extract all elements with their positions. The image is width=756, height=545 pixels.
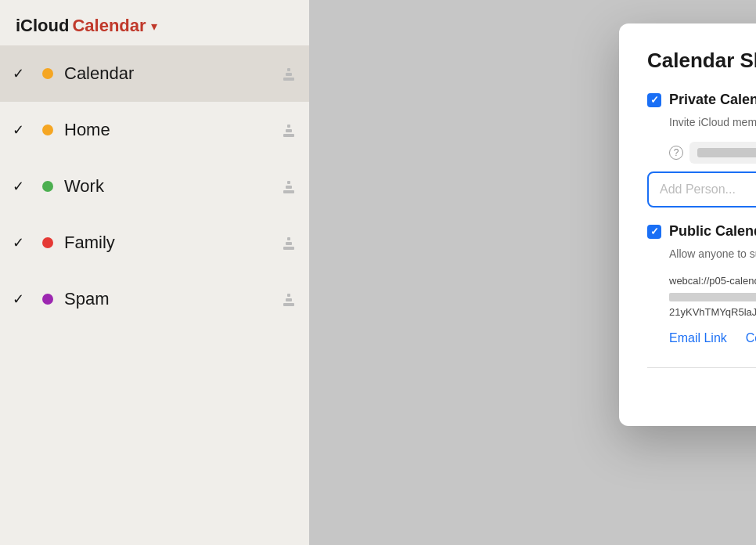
calendar-item-label: Work <box>64 176 281 197</box>
family-dot <box>42 237 53 248</box>
url-blur <box>669 293 756 301</box>
wifi-icon <box>281 123 297 137</box>
calendar-item-label: Calendar <box>64 63 281 84</box>
calendar-item-label: Family <box>64 233 281 253</box>
private-calendar-title: Private Calendar <box>669 92 756 108</box>
modal-title: Calendar Sharing <box>647 49 756 73</box>
email-display[interactable]: @gmail.com ▾ <box>689 142 756 164</box>
sidebar-item-home[interactable]: ✓ Home <box>0 102 309 158</box>
modal-footer: Cancel OK <box>647 367 756 404</box>
sidebar-icloud-label: iCloud <box>16 16 69 36</box>
help-icon[interactable]: ? <box>669 146 683 160</box>
private-section-header: Private Calendar <box>647 92 756 108</box>
sidebar-item-work[interactable]: ✓ Work <box>0 158 309 215</box>
check-icon: ✓ <box>13 65 31 82</box>
public-url: webcal://p05-calendarws.icloud.com/ca/su… <box>647 273 756 320</box>
check-icon: ✓ <box>13 291 31 308</box>
work-dot <box>42 181 53 192</box>
modal-overlay: Calendar Sharing Private Calendar Invite… <box>309 0 756 545</box>
url-prefix: webcal://p05-calendarws.icloud.com/ca/su… <box>669 275 756 287</box>
wifi-icon <box>281 292 297 306</box>
check-icon: ✓ <box>13 234 31 251</box>
wifi-icon <box>281 236 297 250</box>
add-person-input[interactable] <box>647 171 756 208</box>
public-calendar-title: Public Calendar <box>669 223 756 240</box>
check-icon: ✓ <box>13 178 31 195</box>
public-calendar-checkbox[interactable] <box>647 225 661 239</box>
public-calendar-description: Allow anyone to subscribe to a read-only… <box>647 246 756 262</box>
sidebar-calendar-label[interactable]: Calendar <box>72 16 146 36</box>
link-actions: Email Link Copy Link <box>647 331 756 345</box>
email-blur <box>697 148 756 157</box>
sidebar: iCloud Calendar ▾ ✓ Calendar ✓ Home ✓ Wo… <box>0 0 309 545</box>
calendar-item-label: Spam <box>64 289 281 309</box>
sidebar-item-spam[interactable]: ✓ Spam <box>0 271 309 327</box>
copy-link-button[interactable]: Copy Link <box>746 331 756 345</box>
sidebar-item-family[interactable]: ✓ Family <box>0 215 309 271</box>
public-section-header: Public Calendar <box>647 223 756 240</box>
public-calendar-section: Public Calendar Allow anyone to subscrib… <box>647 223 756 345</box>
calendar-dot <box>42 68 53 79</box>
wifi-icon <box>281 67 297 81</box>
email-link-button[interactable]: Email Link <box>669 331 727 345</box>
check-icon: ✓ <box>13 121 31 139</box>
sidebar-header: iCloud Calendar ▾ <box>0 0 309 45</box>
private-calendar-description: Invite iCloud members to view or edit th… <box>647 114 756 131</box>
email-row: ? @gmail.com ▾ <box>647 142 756 164</box>
private-calendar-section: Private Calendar Invite iCloud members t… <box>647 92 756 208</box>
private-calendar-checkbox[interactable] <box>647 93 661 107</box>
main-content: Calendar Sharing Private Calendar Invite… <box>309 0 756 545</box>
sidebar-item-calendar[interactable]: ✓ Calendar <box>0 45 309 102</box>
spam-dot <box>42 294 53 305</box>
calendar-item-label: Home <box>64 120 281 140</box>
home-dot <box>42 125 53 135</box>
calendar-sharing-modal: Calendar Sharing Private Calendar Invite… <box>619 23 756 426</box>
chevron-down-icon[interactable]: ▾ <box>151 19 157 34</box>
wifi-icon <box>281 179 297 193</box>
